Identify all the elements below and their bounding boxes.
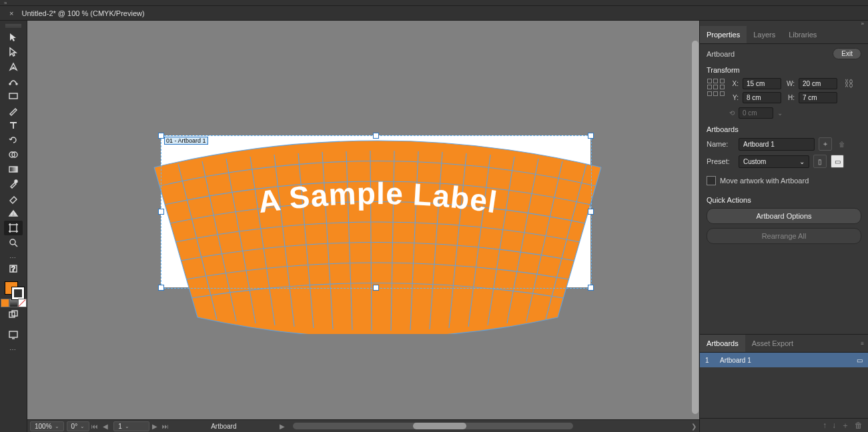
artboard-tool[interactable]: [4, 221, 23, 235]
delete-artboard-footer-icon[interactable]: 🗑: [855, 421, 863, 430]
artboard-index-field[interactable]: 1⌄: [113, 421, 149, 431]
preset-label: Preset:: [707, 157, 735, 165]
tab-artboards[interactable]: Artboards: [700, 335, 745, 352]
toolbox-more[interactable]: ⋯: [9, 346, 17, 353]
color-mode-none[interactable]: [18, 299, 27, 307]
chevron-down-icon: ⌄: [55, 423, 59, 429]
w-field[interactable]: [799, 78, 837, 89]
tab-layers[interactable]: Layers: [747, 26, 782, 43]
rearrange-all-button[interactable]: Rearrange All: [707, 228, 861, 244]
vertical-scrollbar-thumb[interactable]: [692, 41, 699, 414]
last-artboard-button[interactable]: ⏭: [161, 421, 170, 431]
rectangle-tool[interactable]: [4, 89, 23, 103]
curvature-tool[interactable]: [4, 74, 23, 89]
zoom-field[interactable]: 100%⌄: [30, 421, 64, 431]
tab-asset-export[interactable]: Asset Export: [745, 335, 800, 352]
artboard-options-button[interactable]: Artboard Options: [707, 208, 861, 224]
canvas[interactable]: A Sample Label 01 - Artboard 1: [27, 21, 699, 419]
orientation-portrait-icon[interactable]: ▯: [813, 155, 827, 168]
move-artwork-label: Move artwork with Artboard: [720, 177, 809, 185]
orientation-landscape-icon[interactable]: ▭: [831, 155, 844, 168]
paintbrush-tool[interactable]: [4, 103, 23, 118]
edit-toolbar[interactable]: ?: [4, 261, 23, 276]
close-tab-icon[interactable]: ×: [9, 9, 13, 17]
next-artboard-button[interactable]: ▶: [150, 421, 159, 431]
reference-point-selector[interactable]: [707, 78, 725, 97]
expand-chevrons-icon[interactable]: »: [4, 0, 7, 6]
move-up-icon[interactable]: ↑: [823, 421, 827, 430]
fill-stroke-swatch[interactable]: [3, 280, 23, 297]
angle-field[interactable]: 0 cm: [739, 107, 773, 119]
handle-bc[interactable]: [373, 285, 379, 291]
exit-button[interactable]: Exit: [833, 48, 861, 59]
horizontal-scrollbar[interactable]: [293, 423, 573, 429]
artboard-selection[interactable]: [161, 135, 592, 289]
transform-heading: Transform: [707, 66, 861, 74]
h-field[interactable]: [799, 92, 837, 103]
scroll-right-button[interactable]: ❯: [689, 421, 699, 431]
first-artboard-button[interactable]: ⏮: [90, 421, 99, 431]
artboard-name-field[interactable]: [739, 138, 815, 151]
handle-mr[interactable]: [588, 209, 594, 215]
artboard-badge[interactable]: 01 - Artboard 1: [164, 137, 208, 145]
handle-tc[interactable]: [373, 133, 379, 139]
y-field[interactable]: [743, 92, 781, 103]
color-mode-solid[interactable]: [1, 299, 9, 307]
name-label: Name:: [707, 140, 735, 148]
prev-artboard-button[interactable]: ◀: [101, 421, 110, 431]
canvas-area: A Sample Label 01 - Artboard 1: [27, 21, 699, 432]
artboards-heading: Artboards: [707, 125, 861, 133]
artboard-row[interactable]: 1 Artboard 1 ▭: [700, 353, 868, 367]
shape-builder-tool[interactable]: [4, 147, 23, 162]
svg-rect-3: [9, 93, 17, 99]
delete-artboard-icon[interactable]: 🗑: [836, 138, 848, 150]
handle-tr[interactable]: [588, 133, 594, 139]
chevron-down-icon[interactable]: ⌄: [777, 109, 783, 117]
screen-mode[interactable]: [4, 327, 23, 342]
status-bar: 100%⌄ 0°⌄ ⏮ ◀ 1⌄ ▶ ⏭ Artboard ▶ ❯: [27, 419, 699, 432]
move-down-icon[interactable]: ↓: [832, 421, 836, 430]
vertical-scrollbar[interactable]: [691, 21, 699, 419]
toolbox-grip[interactable]: [5, 23, 21, 27]
more-tools[interactable]: ⋯: [9, 254, 17, 261]
draw-mode[interactable]: [4, 307, 23, 322]
new-artboard-footer-icon[interactable]: ＋: [841, 420, 849, 431]
x-field[interactable]: [743, 78, 781, 89]
stroke-swatch[interactable]: [11, 287, 25, 300]
handle-bl[interactable]: [158, 285, 164, 291]
tab-libraries[interactable]: Libraries: [782, 26, 823, 43]
artboard-row-orientation-icon[interactable]: ▭: [857, 357, 863, 364]
new-artboard-icon[interactable]: ＋: [819, 137, 832, 151]
direct-selection-tool[interactable]: [4, 45, 23, 59]
gradient-tool[interactable]: [4, 162, 23, 177]
zoom-tool[interactable]: [4, 235, 23, 250]
h-label: H:: [785, 94, 795, 101]
artboard-row-name: Artboard 1: [720, 357, 751, 364]
svg-point-9: [10, 239, 15, 245]
panel-menu-icon[interactable]: ≡: [861, 341, 864, 347]
handle-br[interactable]: [588, 285, 594, 291]
perspective-grid-tool[interactable]: [4, 206, 23, 221]
x-label: X:: [729, 80, 739, 87]
artboards-list: 1 Artboard 1 ▭: [700, 353, 868, 418]
eyedropper-tool[interactable]: [4, 177, 23, 191]
artboard-heading: Artboard: [707, 50, 735, 58]
handle-tl[interactable]: [158, 133, 164, 139]
chevron-down-icon: ⌄: [799, 158, 805, 165]
artboard-nav-play[interactable]: ▶: [278, 421, 287, 431]
app-menu-bar[interactable]: »: [0, 0, 868, 6]
rotate-field[interactable]: 0°⌄: [67, 421, 90, 431]
handle-ml[interactable]: [158, 209, 164, 215]
pen-tool[interactable]: [4, 59, 23, 74]
selection-tool[interactable]: [4, 30, 23, 45]
preset-select[interactable]: Custom⌄: [739, 155, 809, 168]
type-tool[interactable]: [4, 118, 23, 133]
document-tab[interactable]: × Untitled-2* @ 100 % (CMYK/Preview): [0, 6, 151, 20]
move-artwork-checkbox[interactable]: [707, 176, 716, 185]
horizontal-scrollbar-thumb[interactable]: [413, 423, 466, 429]
eraser-tool[interactable]: [4, 191, 23, 206]
constrain-proportions-icon[interactable]: ⛓: [844, 78, 853, 89]
svg-rect-14: [9, 331, 17, 337]
rotate-tool[interactable]: [4, 133, 23, 147]
tab-properties[interactable]: Properties: [700, 26, 747, 43]
